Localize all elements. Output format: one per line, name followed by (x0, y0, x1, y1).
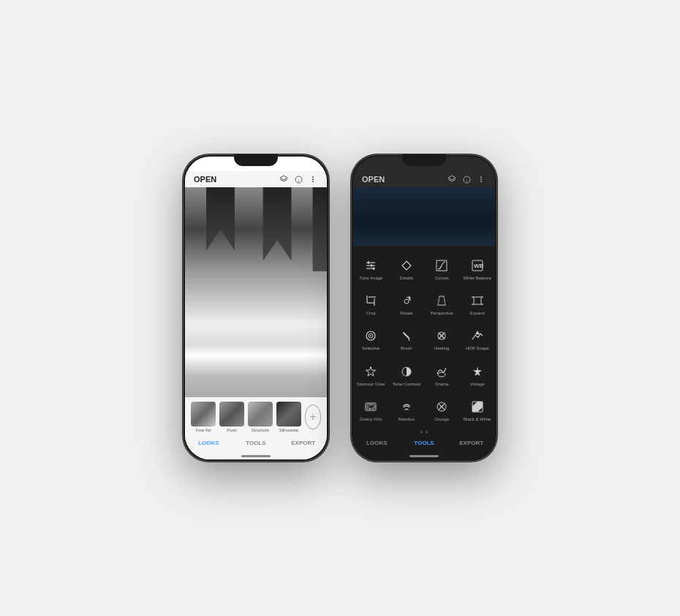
glamour-glow-icon (363, 364, 379, 380)
nav-export-right[interactable]: EXPORT (447, 440, 495, 446)
svg-point-52 (370, 405, 371, 406)
add-look-button[interactable]: + (305, 405, 321, 429)
svg-text:i: i (298, 178, 298, 182)
look-structure[interactable]: Structure (248, 402, 273, 432)
tool-glamour-glow[interactable]: Glamour Glow (353, 358, 389, 393)
look-push[interactable]: Push (219, 402, 244, 432)
svg-point-15 (480, 181, 482, 182)
look-label-structure: Structure (252, 428, 269, 432)
selective-icon (363, 328, 379, 344)
more-icon-right[interactable] (476, 174, 486, 184)
svg-point-58 (438, 409, 439, 410)
perspective-icon (434, 293, 450, 309)
nav-looks[interactable]: LOOKS (185, 440, 233, 446)
tool-brush-label: Brush (401, 346, 412, 351)
tool-crop[interactable]: Crop (353, 287, 389, 322)
svg-point-42 (370, 335, 371, 337)
look-fine-art[interactable]: Fine Art (191, 402, 216, 432)
svg-text:WB: WB (474, 263, 484, 269)
tool-vintage[interactable]: Vintage (460, 358, 496, 393)
tool-glamour-glow-label: Glamour Glow (357, 382, 385, 387)
look-label-silhouette: Silhouette (279, 428, 299, 432)
tool-curves[interactable]: Curves (424, 252, 460, 287)
tool-drama-label: Drama (435, 382, 448, 387)
top-bar-right: OPEN i (353, 171, 495, 187)
looks-items: Fine Art Push Structure Silhouette + (191, 402, 321, 432)
tool-healing[interactable]: Healing (424, 322, 460, 357)
svg-point-5 (312, 176, 314, 178)
svg-text:i: i (466, 178, 466, 182)
tool-white-balance[interactable]: WB White Balance (460, 252, 496, 287)
svg-point-53 (372, 407, 374, 408)
tool-drama[interactable]: Drama (424, 358, 460, 393)
drama-icon (434, 364, 450, 380)
tool-grainy-film[interactable]: Grainy Film (353, 393, 389, 428)
bottom-nav: LOOKS TOOLS EXPORT (185, 435, 327, 452)
tool-brush[interactable]: Brush (389, 322, 425, 357)
info-icon[interactable]: i (293, 174, 303, 184)
svg-point-31 (404, 299, 409, 304)
tools-scroll[interactable]: Tune Image Details (353, 246, 495, 435)
svg-point-56 (438, 403, 439, 405)
tool-retrolux[interactable]: Retrolux (389, 393, 425, 428)
more-icon[interactable] (308, 174, 318, 184)
dot-2 (426, 431, 428, 433)
tool-grunge-label: Grunge (434, 417, 449, 422)
bottom-nav-right: LOOKS TOOLS EXPORT (353, 435, 495, 452)
nav-tools-right[interactable]: TOOLS (401, 440, 448, 446)
svg-rect-35 (474, 297, 481, 304)
home-indicator (185, 452, 327, 459)
notch-right (402, 154, 446, 166)
look-thumb-push (219, 402, 244, 427)
retrolux-icon (398, 399, 415, 415)
tool-details[interactable]: Details (389, 252, 425, 287)
black-white-icon (469, 399, 486, 415)
svg-marker-22 (402, 261, 411, 270)
svg-marker-0 (280, 176, 287, 180)
layers-icon-right[interactable] (447, 174, 457, 184)
info-icon-right[interactable]: i (461, 174, 472, 184)
layers-icon[interactable] (279, 174, 289, 184)
tool-tonal-contrast[interactable]: Tonal Contrast (389, 358, 425, 393)
tool-details-label: Details (400, 276, 413, 281)
tool-black-white[interactable]: Black & White (460, 393, 496, 428)
tool-black-white-label: Black & White (464, 417, 491, 422)
tool-grunge[interactable]: Grunge (424, 393, 460, 428)
open-button[interactable]: OPEN (194, 175, 279, 184)
separator-dots (353, 428, 495, 435)
tool-white-balance-label: White Balance (463, 276, 491, 281)
nav-tools[interactable]: TOOLS (233, 440, 280, 446)
top-bar-icons: i (279, 174, 318, 184)
tool-perspective[interactable]: Perspective (424, 287, 460, 322)
crop-icon (363, 293, 379, 309)
curves-icon (434, 258, 450, 274)
photo-dark (353, 187, 495, 246)
svg-line-34 (444, 296, 445, 305)
tool-vintage-label: Vintage (470, 382, 485, 387)
look-silhouette[interactable]: Silhouette (276, 402, 301, 432)
look-thumb-structure (248, 402, 273, 427)
white-balance-icon: WB (469, 258, 486, 274)
top-bar-icons-right: i (447, 174, 486, 184)
nav-export[interactable]: EXPORT (279, 440, 327, 446)
svg-point-51 (368, 406, 369, 407)
tonal-contrast-icon (398, 364, 415, 380)
tool-rotate[interactable]: Rotate (389, 287, 425, 322)
vintage-icon (469, 364, 486, 380)
brush-icon (398, 328, 415, 344)
tool-rotate-label: Rotate (400, 311, 413, 316)
svg-marker-8 (448, 176, 456, 180)
grainy-film-icon (363, 399, 379, 415)
svg-marker-48 (473, 367, 482, 376)
tool-expand[interactable]: Expand (460, 287, 496, 322)
tool-grainy-film-label: Grainy Film (360, 417, 382, 422)
open-button-right[interactable]: OPEN (362, 175, 447, 184)
right-phone: OPEN i (351, 154, 497, 462)
svg-point-7 (312, 181, 314, 182)
tool-tune-image[interactable]: Tune Image (353, 252, 389, 287)
tool-selective[interactable]: Selective (353, 322, 389, 357)
hdr-scape-icon (469, 328, 486, 344)
look-thumb-fine-art (191, 402, 216, 427)
tool-hdr-scape[interactable]: HDR Scape (460, 322, 496, 357)
nav-looks-right[interactable]: LOOKS (353, 440, 401, 446)
